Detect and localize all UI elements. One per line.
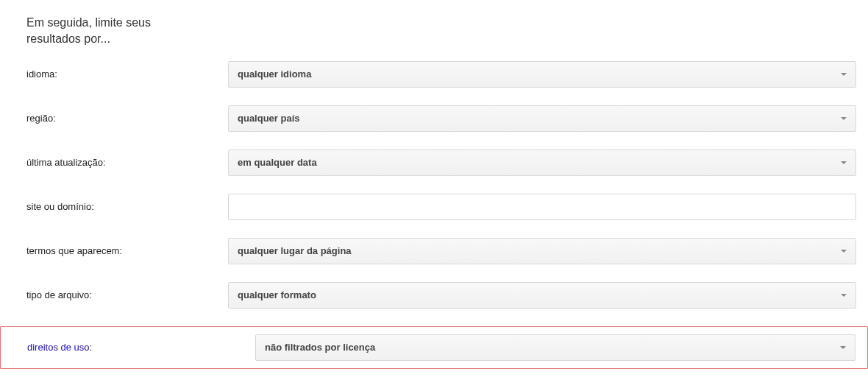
row-terms-appear: termos que aparecem: qualquer lugar da p… <box>26 238 856 264</box>
row-file-type: tipo de arquivo: qualquer formato <box>26 282 856 309</box>
chevron-down-icon <box>841 73 847 76</box>
dropdown-language[interactable]: qualquer idioma <box>228 61 856 88</box>
dropdown-terms-appear[interactable]: qualquer lugar da página <box>228 238 856 264</box>
row-last-update: última atualização: em qualquer data <box>26 149 856 176</box>
dropdown-region[interactable]: qualquer país <box>228 105 856 132</box>
dropdown-region-value: qualquer país <box>238 113 300 124</box>
label-language: idioma: <box>26 68 228 80</box>
label-usage-rights: direitos de uso: <box>27 342 255 353</box>
row-language: idioma: qualquer idioma <box>26 61 856 88</box>
dropdown-file-type[interactable]: qualquer formato <box>228 282 856 309</box>
label-file-type: tipo de arquivo: <box>26 289 228 300</box>
dropdown-file-type-value: qualquer formato <box>238 289 316 300</box>
dropdown-language-value: qualquer idioma <box>238 68 311 80</box>
dropdown-last-update[interactable]: em qualquer data <box>228 149 856 176</box>
usage-rights-link[interactable]: direitos de uso <box>27 342 90 353</box>
narrow-results-section: Em seguida, limite seus resultados por..… <box>0 15 868 369</box>
row-region: região: qualquer país <box>26 105 856 132</box>
label-site-domain: site ou domínio: <box>26 201 228 212</box>
chevron-down-icon <box>841 250 847 253</box>
dropdown-last-update-value: em qualquer data <box>238 157 317 168</box>
chevron-down-icon <box>841 117 847 120</box>
input-site-domain[interactable] <box>228 194 856 220</box>
dropdown-usage-rights[interactable]: não filtrados por licença <box>255 334 855 361</box>
label-region: região: <box>26 113 228 124</box>
row-site-domain: site ou domínio: <box>26 194 856 220</box>
chevron-down-icon <box>841 161 847 164</box>
chevron-down-icon <box>841 294 847 297</box>
label-terms-appear: termos que aparecem: <box>26 245 228 256</box>
section-title: Em seguida, limite seus resultados por..… <box>26 15 203 48</box>
dropdown-terms-appear-value: qualquer lugar da página <box>238 245 352 256</box>
usage-rights-colon: : <box>90 342 93 353</box>
label-last-update: última atualização: <box>26 157 228 168</box>
row-usage-rights-highlighted: direitos de uso: não filtrados por licen… <box>0 326 868 369</box>
chevron-down-icon <box>840 346 846 349</box>
dropdown-usage-rights-value: não filtrados por licença <box>265 342 375 353</box>
